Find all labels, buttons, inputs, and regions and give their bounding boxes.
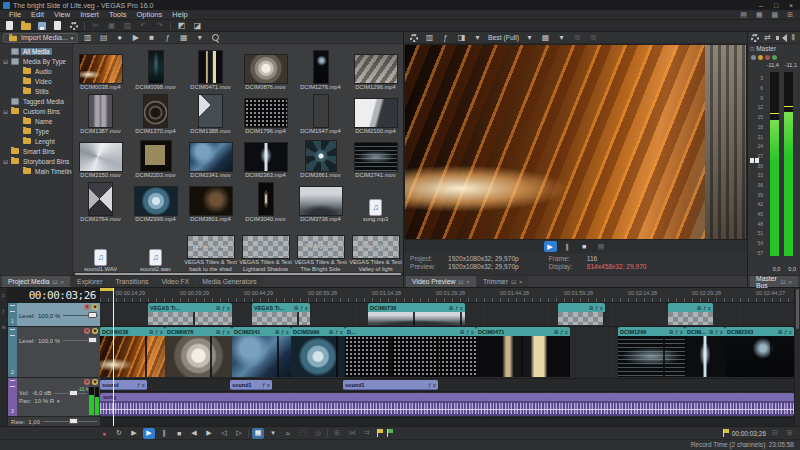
pan-crop-icon[interactable]: ⊞	[589, 305, 593, 311]
menu-insert[interactable]: Insert	[75, 10, 104, 19]
next-frame-icon[interactable]: ▷	[233, 428, 245, 439]
clip-menu-icon[interactable]: ≡	[305, 305, 308, 311]
tab-float-icon[interactable]: ⊡	[458, 278, 463, 285]
capture-video-icon[interactable]: ▤	[98, 33, 109, 43]
media-item[interactable]: DCIM2341.mov	[183, 134, 238, 178]
play-button[interactable]: ▶	[143, 428, 155, 439]
media-item[interactable]: DCIM1296.mp4	[348, 46, 403, 90]
clip-menu-icon[interactable]: ≡	[680, 329, 683, 335]
views-icon[interactable]: ▦	[178, 33, 189, 43]
bin-all-media[interactable]: All Media	[0, 46, 72, 56]
event-fx-icon[interactable]: ƒ	[703, 305, 706, 311]
interactive-tutorials-icon[interactable]: ◩	[176, 21, 187, 31]
go-to-start-icon[interactable]: ◀	[188, 428, 200, 439]
audio-event[interactable]: soundƒ≡	[100, 380, 147, 390]
track-1-events[interactable]: VEGAS Ti...⊞ƒ≡VEGAS Ti...⊞ƒ≡DCIM0736⊞ƒ≡⊞…	[100, 303, 794, 327]
save-snapshot-icon[interactable]: ⧉	[588, 33, 599, 43]
track-2-grip[interactable]: 2	[8, 327, 17, 378]
zoom-tool-icon[interactable]: ◎	[312, 428, 324, 439]
pan-crop-icon[interactable]: ⊞	[697, 305, 701, 311]
layout-alt-icon[interactable]: ▦	[753, 11, 766, 19]
video-event[interactable]: D...⊞ƒ≡	[345, 327, 476, 377]
project-properties-icon[interactable]	[52, 21, 63, 31]
loop-region-bar[interactable]	[100, 288, 114, 291]
media-item[interactable]: DCIM3040.mov	[238, 178, 293, 222]
event-fx-icon[interactable]: ƒ	[281, 329, 284, 335]
clip-menu-icon[interactable]: ≡	[460, 305, 463, 311]
media-item[interactable]: DCIM0038.mp4	[73, 46, 128, 90]
audio-event[interactable]: sound1ƒ≡	[230, 380, 272, 390]
clip-menu-icon[interactable]: ≡	[708, 305, 711, 311]
media-tab-project-media[interactable]: Project Media⊡×	[2, 276, 70, 287]
expander-icon[interactable]: ⊟	[2, 108, 9, 115]
clip-menu-icon[interactable]: ≡	[720, 329, 723, 335]
video-event[interactable]: DCIM2999⊞ƒ≡	[291, 327, 345, 377]
clip-menu-icon[interactable]: ≡	[142, 382, 145, 388]
event-fx-icon[interactable]: ƒ	[595, 305, 598, 311]
media-item[interactable]: VEGAS Titles & Text Lightand Shadow	[238, 222, 293, 272]
pan-crop-icon[interactable]: ⊞	[709, 329, 713, 335]
clip-menu-icon[interactable]: ≡	[433, 382, 436, 388]
expander-icon[interactable]: ⊟	[2, 58, 9, 65]
event-fx-icon[interactable]: ƒ	[300, 305, 303, 311]
paste-icon[interactable]: ▨	[122, 21, 133, 31]
preview-play-button[interactable]: ▶	[544, 241, 557, 252]
expander-icon[interactable]: ⊟	[2, 158, 9, 165]
loop-playback-icon[interactable]: ↻	[113, 428, 125, 439]
event-fx-icon[interactable]: ƒ	[784, 329, 787, 335]
media-properties-icon[interactable]: ƒ	[162, 33, 173, 43]
pan-crop-icon[interactable]: ⊞	[778, 329, 782, 335]
event-fx-icon[interactable]: ƒ	[222, 329, 225, 335]
event-fx-icon[interactable]: ƒ	[428, 382, 431, 388]
track-header-2[interactable]: 2 ⊘ ◉ Level: 100,0 %	[8, 327, 100, 379]
preview-play-icon[interactable]: ▶	[130, 33, 141, 43]
bin-type[interactable]: Type	[0, 126, 72, 136]
event-fx-icon[interactable]: ƒ	[466, 329, 469, 335]
title-event[interactable]: VEGAS Ti...⊞ƒ≡	[252, 303, 310, 325]
meter-right-channel[interactable]	[784, 72, 793, 256]
pan-crop-icon[interactable]: ⊞	[149, 329, 153, 335]
new-project-icon[interactable]	[4, 21, 15, 31]
tab-close-icon[interactable]: ×	[466, 279, 470, 285]
media-item[interactable]: DCIM0098.mov	[128, 46, 183, 90]
record-icon[interactable]: ●	[98, 428, 110, 439]
event-fx-icon[interactable]: ƒ	[222, 305, 225, 311]
rate-slider[interactable]	[43, 421, 97, 422]
clip-menu-icon[interactable]: ≡	[286, 329, 289, 335]
pan-crop-icon[interactable]: ⊞	[329, 329, 333, 335]
tab-close-icon[interactable]: ×	[788, 279, 792, 285]
pan-crop-icon[interactable]: ⊞	[275, 329, 279, 335]
menu-help[interactable]: Help	[167, 10, 192, 19]
search-media-icon[interactable]	[210, 33, 221, 43]
media-item[interactable]: back to the shadoVEGAS Titles & Text bac…	[183, 222, 238, 272]
track-3-grip[interactable]: 3	[8, 378, 17, 416]
preview-stop-icon[interactable]: ■	[146, 33, 157, 43]
media-item[interactable]: ♫sound2.wav	[128, 222, 183, 272]
audio-event[interactable]: sound1ƒ≡	[343, 380, 438, 390]
timeline-tracks-area[interactable]: 00:00:14;2900:00:29;2900:00:44;2900:00:5…	[100, 288, 794, 426]
edit-tool-icon[interactable]: ▦	[252, 428, 264, 439]
menu-options[interactable]: Options	[131, 10, 167, 19]
timeline-zoom-in-icon[interactable]: ⊞	[784, 428, 796, 439]
close-button[interactable]: ×	[785, 2, 797, 9]
fx-plugin-icon[interactable]	[758, 55, 763, 60]
media-item[interactable]: DCIM3736.mp4	[293, 178, 348, 222]
video-event[interactable]: DCIM2363⊞ƒ≡	[725, 327, 794, 377]
tab-float-icon[interactable]: ⊡	[780, 278, 785, 285]
master-gear-icon[interactable]	[750, 33, 760, 43]
pan-crop-icon[interactable]: ⊞	[294, 305, 298, 311]
clip-menu-icon[interactable]: ≡	[267, 382, 270, 388]
copy-icon[interactable]: ▣	[106, 21, 117, 31]
cut-icon[interactable]: ✂	[90, 21, 101, 31]
media-item[interactable]: DCIM2741.mov	[348, 134, 403, 178]
video-event[interactable]: DCIM0876⊞ƒ≡	[165, 327, 232, 377]
auto-crossfade-icon[interactable]: ⋈	[346, 428, 358, 439]
bin-audio[interactable]: Audio	[0, 66, 72, 76]
track-1-grip[interactable]: 1	[8, 303, 17, 326]
menu-tools[interactable]: Tools	[104, 10, 132, 19]
tab-close-icon[interactable]: ×	[519, 279, 523, 285]
media-item[interactable]: DCIM2100.mp4	[348, 90, 403, 134]
mute-output-icon[interactable]	[776, 33, 786, 43]
event-fx-icon[interactable]: ƒ	[560, 329, 563, 335]
bin-stills[interactable]: Stills	[0, 86, 72, 96]
